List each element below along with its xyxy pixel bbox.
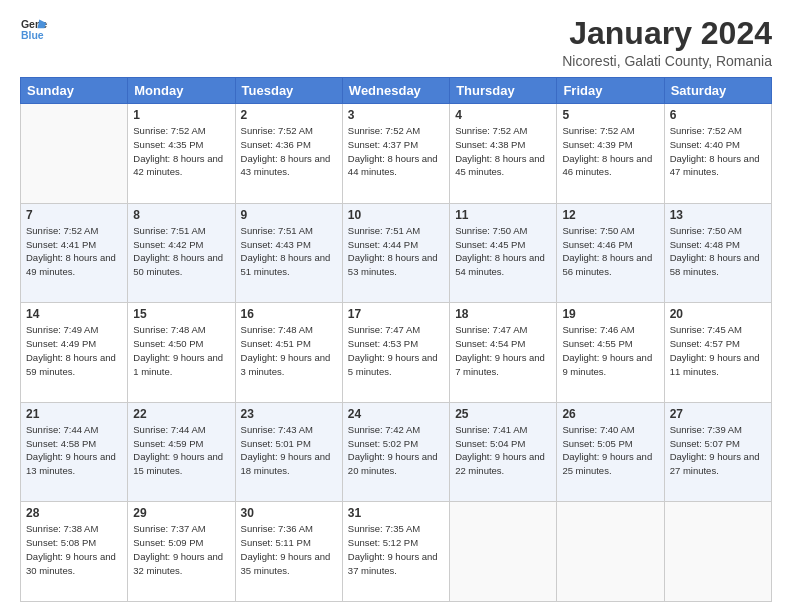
day-cell-1-6: 5Sunrise: 7:52 AM Sunset: 4:39 PM Daylig… <box>557 104 664 204</box>
day-cell-3-3: 16Sunrise: 7:48 AM Sunset: 4:51 PM Dayli… <box>235 303 342 403</box>
day-info: Sunrise: 7:38 AM Sunset: 5:08 PM Dayligh… <box>26 522 122 577</box>
day-number: 10 <box>348 208 444 222</box>
day-number: 21 <box>26 407 122 421</box>
day-cell-5-3: 30Sunrise: 7:36 AM Sunset: 5:11 PM Dayli… <box>235 502 342 602</box>
day-info: Sunrise: 7:39 AM Sunset: 5:07 PM Dayligh… <box>670 423 766 478</box>
day-info: Sunrise: 7:47 AM Sunset: 4:54 PM Dayligh… <box>455 323 551 378</box>
day-cell-1-1 <box>21 104 128 204</box>
header-saturday: Saturday <box>664 78 771 104</box>
day-info: Sunrise: 7:37 AM Sunset: 5:09 PM Dayligh… <box>133 522 229 577</box>
week-row-3: 14Sunrise: 7:49 AM Sunset: 4:49 PM Dayli… <box>21 303 772 403</box>
day-cell-3-7: 20Sunrise: 7:45 AM Sunset: 4:57 PM Dayli… <box>664 303 771 403</box>
day-number: 26 <box>562 407 658 421</box>
day-info: Sunrise: 7:48 AM Sunset: 4:51 PM Dayligh… <box>241 323 337 378</box>
day-number: 18 <box>455 307 551 321</box>
day-number: 1 <box>133 108 229 122</box>
day-cell-3-4: 17Sunrise: 7:47 AM Sunset: 4:53 PM Dayli… <box>342 303 449 403</box>
week-row-2: 7Sunrise: 7:52 AM Sunset: 4:41 PM Daylig… <box>21 203 772 303</box>
day-cell-5-5 <box>450 502 557 602</box>
day-cell-3-6: 19Sunrise: 7:46 AM Sunset: 4:55 PM Dayli… <box>557 303 664 403</box>
day-cell-2-3: 9Sunrise: 7:51 AM Sunset: 4:43 PM Daylig… <box>235 203 342 303</box>
logo: General Blue <box>20 16 48 44</box>
day-info: Sunrise: 7:45 AM Sunset: 4:57 PM Dayligh… <box>670 323 766 378</box>
header-thursday: Thursday <box>450 78 557 104</box>
day-number: 25 <box>455 407 551 421</box>
header-monday: Monday <box>128 78 235 104</box>
day-number: 12 <box>562 208 658 222</box>
day-cell-1-5: 4Sunrise: 7:52 AM Sunset: 4:38 PM Daylig… <box>450 104 557 204</box>
day-number: 31 <box>348 506 444 520</box>
day-number: 2 <box>241 108 337 122</box>
day-info: Sunrise: 7:46 AM Sunset: 4:55 PM Dayligh… <box>562 323 658 378</box>
day-cell-1-7: 6Sunrise: 7:52 AM Sunset: 4:40 PM Daylig… <box>664 104 771 204</box>
day-info: Sunrise: 7:52 AM Sunset: 4:38 PM Dayligh… <box>455 124 551 179</box>
day-info: Sunrise: 7:44 AM Sunset: 4:58 PM Dayligh… <box>26 423 122 478</box>
week-row-1: 1Sunrise: 7:52 AM Sunset: 4:35 PM Daylig… <box>21 104 772 204</box>
day-info: Sunrise: 7:36 AM Sunset: 5:11 PM Dayligh… <box>241 522 337 577</box>
page: General Blue January 2024 Nicoresti, Gal… <box>0 0 792 612</box>
title-block: January 2024 Nicoresti, Galati County, R… <box>562 16 772 69</box>
day-number: 30 <box>241 506 337 520</box>
day-info: Sunrise: 7:51 AM Sunset: 4:42 PM Dayligh… <box>133 224 229 279</box>
header-friday: Friday <box>557 78 664 104</box>
day-info: Sunrise: 7:44 AM Sunset: 4:59 PM Dayligh… <box>133 423 229 478</box>
weekday-header-row: Sunday Monday Tuesday Wednesday Thursday… <box>21 78 772 104</box>
day-cell-5-4: 31Sunrise: 7:35 AM Sunset: 5:12 PM Dayli… <box>342 502 449 602</box>
calendar-table: Sunday Monday Tuesday Wednesday Thursday… <box>20 77 772 602</box>
day-number: 15 <box>133 307 229 321</box>
day-number: 11 <box>455 208 551 222</box>
day-number: 5 <box>562 108 658 122</box>
day-cell-5-1: 28Sunrise: 7:38 AM Sunset: 5:08 PM Dayli… <box>21 502 128 602</box>
day-number: 3 <box>348 108 444 122</box>
day-info: Sunrise: 7:42 AM Sunset: 5:02 PM Dayligh… <box>348 423 444 478</box>
day-info: Sunrise: 7:41 AM Sunset: 5:04 PM Dayligh… <box>455 423 551 478</box>
day-info: Sunrise: 7:52 AM Sunset: 4:41 PM Dayligh… <box>26 224 122 279</box>
day-info: Sunrise: 7:47 AM Sunset: 4:53 PM Dayligh… <box>348 323 444 378</box>
day-cell-2-4: 10Sunrise: 7:51 AM Sunset: 4:44 PM Dayli… <box>342 203 449 303</box>
day-cell-4-5: 25Sunrise: 7:41 AM Sunset: 5:04 PM Dayli… <box>450 402 557 502</box>
day-number: 20 <box>670 307 766 321</box>
day-info: Sunrise: 7:52 AM Sunset: 4:37 PM Dayligh… <box>348 124 444 179</box>
day-number: 19 <box>562 307 658 321</box>
day-cell-1-2: 1Sunrise: 7:52 AM Sunset: 4:35 PM Daylig… <box>128 104 235 204</box>
day-cell-3-1: 14Sunrise: 7:49 AM Sunset: 4:49 PM Dayli… <box>21 303 128 403</box>
day-number: 24 <box>348 407 444 421</box>
svg-text:Blue: Blue <box>21 29 44 41</box>
day-number: 16 <box>241 307 337 321</box>
day-number: 17 <box>348 307 444 321</box>
day-number: 8 <box>133 208 229 222</box>
header-tuesday: Tuesday <box>235 78 342 104</box>
day-info: Sunrise: 7:43 AM Sunset: 5:01 PM Dayligh… <box>241 423 337 478</box>
day-cell-4-2: 22Sunrise: 7:44 AM Sunset: 4:59 PM Dayli… <box>128 402 235 502</box>
day-cell-2-1: 7Sunrise: 7:52 AM Sunset: 4:41 PM Daylig… <box>21 203 128 303</box>
day-cell-5-2: 29Sunrise: 7:37 AM Sunset: 5:09 PM Dayli… <box>128 502 235 602</box>
week-row-4: 21Sunrise: 7:44 AM Sunset: 4:58 PM Dayli… <box>21 402 772 502</box>
day-number: 23 <box>241 407 337 421</box>
header: General Blue January 2024 Nicoresti, Gal… <box>20 16 772 69</box>
day-info: Sunrise: 7:49 AM Sunset: 4:49 PM Dayligh… <box>26 323 122 378</box>
day-number: 6 <box>670 108 766 122</box>
day-number: 9 <box>241 208 337 222</box>
day-info: Sunrise: 7:40 AM Sunset: 5:05 PM Dayligh… <box>562 423 658 478</box>
day-cell-2-5: 11Sunrise: 7:50 AM Sunset: 4:45 PM Dayli… <box>450 203 557 303</box>
day-info: Sunrise: 7:52 AM Sunset: 4:39 PM Dayligh… <box>562 124 658 179</box>
day-info: Sunrise: 7:50 AM Sunset: 4:48 PM Dayligh… <box>670 224 766 279</box>
day-number: 27 <box>670 407 766 421</box>
day-info: Sunrise: 7:52 AM Sunset: 4:35 PM Dayligh… <box>133 124 229 179</box>
header-wednesday: Wednesday <box>342 78 449 104</box>
day-cell-4-4: 24Sunrise: 7:42 AM Sunset: 5:02 PM Dayli… <box>342 402 449 502</box>
day-number: 29 <box>133 506 229 520</box>
day-cell-3-5: 18Sunrise: 7:47 AM Sunset: 4:54 PM Dayli… <box>450 303 557 403</box>
day-cell-2-6: 12Sunrise: 7:50 AM Sunset: 4:46 PM Dayli… <box>557 203 664 303</box>
day-number: 14 <box>26 307 122 321</box>
day-cell-2-7: 13Sunrise: 7:50 AM Sunset: 4:48 PM Dayli… <box>664 203 771 303</box>
day-cell-1-3: 2Sunrise: 7:52 AM Sunset: 4:36 PM Daylig… <box>235 104 342 204</box>
day-info: Sunrise: 7:51 AM Sunset: 4:44 PM Dayligh… <box>348 224 444 279</box>
week-row-5: 28Sunrise: 7:38 AM Sunset: 5:08 PM Dayli… <box>21 502 772 602</box>
day-number: 22 <box>133 407 229 421</box>
day-cell-4-3: 23Sunrise: 7:43 AM Sunset: 5:01 PM Dayli… <box>235 402 342 502</box>
day-number: 4 <box>455 108 551 122</box>
day-cell-4-7: 27Sunrise: 7:39 AM Sunset: 5:07 PM Dayli… <box>664 402 771 502</box>
day-number: 13 <box>670 208 766 222</box>
day-info: Sunrise: 7:35 AM Sunset: 5:12 PM Dayligh… <box>348 522 444 577</box>
